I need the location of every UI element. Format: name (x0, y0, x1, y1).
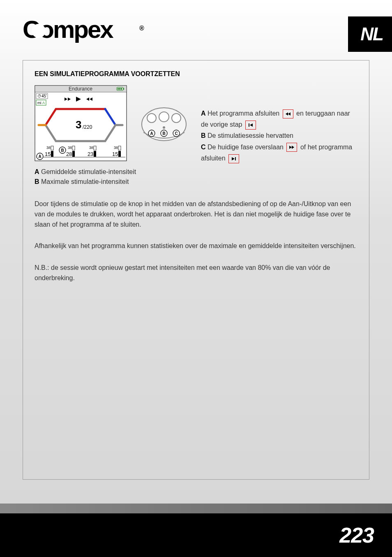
lb-a-text: Gemiddelde stimulatie-intensiteit (39, 168, 136, 175)
rewind-double-icon (283, 109, 293, 118)
lb-b-label: B (35, 178, 39, 185)
svg-point-34 (163, 126, 165, 129)
paragraph-1: Door tijdens de stimulatie op de knop in… (35, 199, 357, 230)
legend-below: A Gemiddelde stimulatie-intensiteit B Ma… (35, 167, 357, 187)
svg-text:B: B (61, 148, 64, 153)
timer-text: 45' (42, 94, 47, 98)
svg-rect-22 (94, 151, 96, 157)
svg-rect-9 (121, 88, 122, 90)
page-header: Compex ® NL (0, 0, 392, 52)
svg-rect-41 (249, 123, 249, 127)
legend-right: A Het programma afsluiten en teruggaan n… (201, 108, 357, 164)
brand-logo: Compex ® (23, 16, 146, 50)
device-screen-diagram: Endurance ⏱ 45' mi A (35, 85, 127, 163)
footer-divider (0, 504, 392, 513)
legend-c-line: C De huidige fase overslaan of het progr… (201, 142, 357, 164)
compex-logo-svg: Compex ® (23, 16, 146, 45)
svg-point-1 (32, 24, 46, 38)
svg-text:C: C (175, 131, 178, 136)
svg-text:A: A (38, 154, 41, 159)
legend-b-text: De stimulatiesessie hervatten (206, 132, 293, 139)
svg-rect-8 (119, 88, 120, 90)
page-footer: 223 (0, 504, 392, 557)
svg-rect-7 (118, 88, 119, 90)
svg-rect-42 (235, 157, 236, 160)
legend-below-b: B Maximale stimulatie-intensiteit (35, 177, 357, 187)
remote-svg: A B C (139, 104, 189, 145)
ch4-top: 38 (114, 146, 118, 150)
legend-a-text1: Het programma afsluiten (206, 110, 281, 117)
svg-rect-20 (72, 151, 75, 157)
svg-text:⏱: ⏱ (37, 94, 42, 98)
ch1-top: 38 (46, 146, 51, 150)
paragraph-2: Afhankelijk van het programma kunnen sta… (35, 241, 357, 251)
svg-point-33 (172, 114, 181, 123)
skip-back-icon (245, 121, 256, 130)
ch2-top: 38 (68, 146, 72, 150)
ch3-top: 38 (89, 146, 93, 150)
screen-title: Endurance (69, 86, 92, 92)
svg-rect-6 (123, 88, 124, 90)
ch3-val: 23 (88, 151, 93, 157)
lb-a-label: A (35, 168, 39, 175)
svg-rect-21 (94, 146, 96, 150)
language-tab: NL (348, 16, 392, 52)
diagrams-row: Endurance ⏱ 45' mi A (35, 85, 357, 164)
legend-below-a: A Gemiddelde stimulatie-intensiteit (35, 167, 357, 177)
big-number: 3 (76, 118, 81, 131)
content-box: EEN SIMULATIEPROGRAMMA VOORTZETTEN Endur… (23, 60, 369, 480)
skip-forward-icon (228, 154, 239, 163)
paragraph-3: N.B.: de sessie wordt opnieuw gestart me… (35, 263, 357, 283)
page-number: 223 (339, 523, 374, 548)
ch1-val: 15 (45, 151, 51, 157)
big-sub: /220 (83, 124, 92, 130)
svg-text:A: A (42, 101, 45, 105)
svg-rect-19 (72, 146, 75, 150)
forward-double-icon (286, 143, 297, 152)
legend-c-text1: De huidige fase overslaan (206, 144, 286, 151)
legend-a-label: A (201, 110, 206, 117)
svg-rect-24 (118, 151, 121, 157)
svg-rect-17 (51, 146, 53, 150)
svg-text:B: B (162, 131, 165, 136)
section-title: EEN SIMULATIEPROGRAMMA VOORTZETTEN (35, 70, 357, 78)
svg-rect-18 (51, 151, 53, 157)
footer-bar: 223 (0, 513, 392, 557)
remote-diagram: A B C (139, 104, 189, 146)
legend-c-label: C (201, 144, 206, 151)
legend-b-label: B (201, 132, 206, 139)
screen-svg: Endurance ⏱ 45' mi A (35, 85, 127, 161)
svg-point-32 (159, 112, 169, 122)
ch2-val: 28 (66, 151, 72, 157)
svg-point-31 (147, 114, 156, 123)
lb-b-text: Maximale stimulatie-intensiteit (39, 178, 129, 185)
legend-a-line: A Het programma afsluiten en teruggaan n… (201, 108, 357, 130)
svg-rect-23 (118, 146, 121, 150)
svg-text:A: A (150, 131, 153, 136)
ch4-val: 15 (112, 151, 118, 157)
legend-b-line: B De stimulatiesessie hervatten (201, 130, 357, 141)
svg-text:®: ® (139, 25, 144, 32)
svg-text:mi: mi (37, 101, 42, 105)
